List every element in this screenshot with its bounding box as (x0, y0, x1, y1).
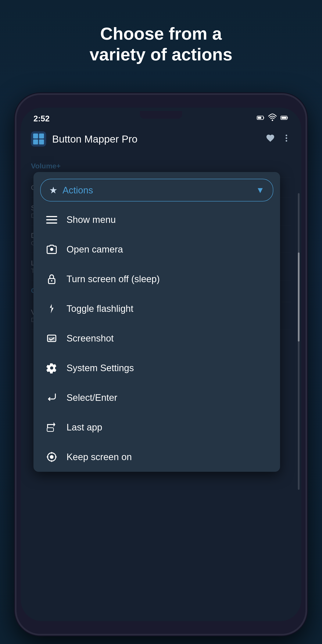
scrollbar-thumb (298, 252, 300, 342)
lock-icon (44, 272, 59, 286)
keep-screen-on-label: Keep screen on (66, 452, 132, 462)
favorite-icon[interactable] (266, 134, 275, 145)
svg-rect-15 (46, 219, 57, 220)
menu-item-toggle-flashlight[interactable]: Toggle flashlight (34, 294, 280, 324)
svg-point-17 (50, 248, 53, 251)
menu-icon (44, 212, 59, 227)
battery-icon (256, 114, 265, 124)
svg-point-11 (286, 134, 287, 136)
svg-rect-8 (39, 134, 44, 138)
hero-line1: Choose from a (100, 24, 222, 43)
svg-rect-10 (39, 140, 44, 144)
phone-wrapper: 2:52 (15, 93, 307, 636)
app-bar: Button Mapper Pro (21, 127, 301, 151)
svg-rect-6 (287, 117, 288, 119)
actions-selector[interactable]: ★ Actions ▼ (40, 179, 273, 202)
screenshot-icon (44, 331, 59, 346)
menu-item-screenshot[interactable]: Screenshot (34, 324, 280, 353)
menu-item-open-camera[interactable]: Open camera (34, 234, 280, 264)
open-camera-label: Open camera (66, 244, 123, 255)
menu-item-system-settings[interactable]: System Settings (34, 353, 280, 383)
svg-rect-1 (258, 117, 262, 119)
svg-point-25 (50, 455, 54, 459)
svg-point-19 (51, 280, 52, 282)
chevron-down-icon: ▼ (256, 185, 264, 195)
status-time: 2:52 (34, 114, 50, 123)
menu-item-last-app[interactable]: Last app (34, 412, 280, 442)
keep-screen-on-icon (44, 450, 59, 464)
enter-icon (44, 390, 59, 405)
show-menu-label: Show menu (66, 214, 116, 225)
screenshot-label: Screenshot (66, 333, 114, 344)
last-app-label: Last app (66, 422, 102, 432)
star-icon: ★ (49, 185, 58, 196)
svg-point-13 (286, 140, 287, 142)
phone-screen: 2:52 (21, 108, 301, 621)
toggle-flashlight-label: Toggle flashlight (66, 303, 134, 314)
hero-line2: variety of actions (90, 45, 232, 64)
turn-screen-off-label: Turn screen off (sleep) (66, 274, 160, 284)
svg-rect-14 (46, 216, 57, 217)
app-title: Button Mapper Pro (52, 133, 266, 145)
menu-item-select-enter[interactable]: Select/Enter (34, 383, 280, 412)
last-app-icon (44, 420, 59, 434)
wifi-icon (268, 114, 277, 124)
phone-frame: 2:52 (15, 93, 307, 636)
svg-point-12 (286, 137, 287, 139)
flashlight-icon (44, 302, 59, 316)
system-settings-label: System Settings (66, 363, 134, 373)
menu-item-show-menu[interactable]: Show menu (34, 205, 280, 234)
svg-rect-2 (263, 117, 264, 119)
select-enter-label: Select/Enter (66, 392, 117, 403)
menu-item-turn-screen-off[interactable]: Turn screen off (sleep) (34, 264, 280, 294)
svg-rect-7 (33, 134, 38, 138)
svg-rect-23 (47, 428, 54, 431)
app-icon (31, 131, 46, 146)
menu-item-keep-screen-on[interactable]: Keep screen on (34, 442, 280, 472)
row-label-volume: Volume+ (31, 162, 291, 170)
actions-label: Actions (62, 185, 256, 196)
svg-rect-5 (282, 117, 286, 119)
settings-icon (44, 361, 59, 375)
scrollbar[interactable] (298, 193, 300, 490)
svg-point-3 (272, 120, 273, 121)
svg-rect-9 (33, 140, 38, 144)
svg-rect-16 (46, 222, 57, 224)
svg-marker-20 (50, 304, 54, 313)
status-icons (256, 114, 288, 124)
content-area: Volume+ Custom action Single press Defau… (21, 151, 301, 532)
camera-icon (44, 242, 59, 256)
app-bar-actions (266, 134, 291, 145)
hero-title: Choose from a variety of actions (0, 23, 322, 65)
more-icon[interactable] (282, 134, 291, 145)
dropdown-menu[interactable]: ★ Actions ▼ Show menu (34, 172, 280, 472)
notch (140, 111, 182, 119)
battery2-icon (280, 114, 288, 124)
